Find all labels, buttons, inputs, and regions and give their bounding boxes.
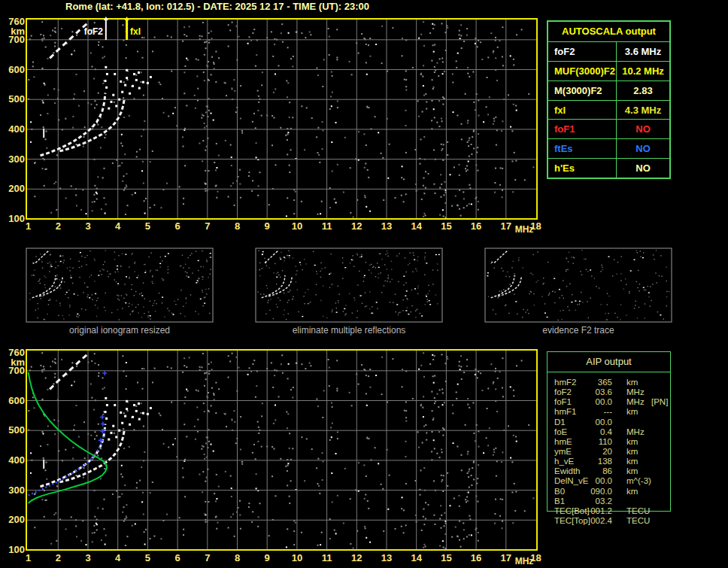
- x-tick-label: 4: [109, 221, 127, 232]
- y-tick-label: 760: [0, 348, 25, 358]
- x-tick-label: 12: [347, 553, 366, 563]
- x-tick-label: 11: [318, 221, 336, 232]
- aip-row: B103.2: [548, 497, 670, 506]
- x-tick-label: 17: [497, 221, 515, 232]
- aip-row: hmF2365km: [548, 378, 670, 387]
- x-tick-label: 6: [168, 553, 187, 563]
- x-tick-label: 13: [378, 221, 396, 232]
- aip-param-value: 00.0: [555, 397, 612, 407]
- autoscala-param-value: NO: [617, 163, 669, 174]
- aip-row: foE0.4MHz: [548, 427, 670, 437]
- autoscala-table-rows: foF23.6 MHzMUF(3000)F210.2 MHzM(3000)F22…: [548, 42, 669, 178]
- aip-param-unit: km: [626, 378, 638, 387]
- autoscala-row: fxI4.3 MHz: [548, 101, 669, 120]
- x-tick-label: 15: [437, 553, 455, 563]
- x-tick-label: 4: [109, 553, 127, 563]
- aip-row: hmE110km: [548, 437, 670, 447]
- aip-param-unit: TECU: [626, 506, 650, 516]
- y-tick-label: 100: [0, 545, 25, 555]
- aip-param-value: 20: [555, 447, 612, 457]
- autoscala-row: h'EsNO: [548, 159, 669, 178]
- x-tick-label: 2: [49, 221, 67, 232]
- thumbnail-caption-eliminate: eliminate multiple reflections: [256, 325, 442, 336]
- x-tick-label: 7: [199, 553, 217, 563]
- y-tick-label: 300: [0, 154, 25, 165]
- x-tick-label: 14: [408, 221, 426, 232]
- aip-param-extra: [PN]: [651, 397, 668, 407]
- x-tick-label: 3: [79, 221, 97, 232]
- autoscala-row: foF1NO: [548, 120, 669, 139]
- autoscala-param-label: MUF(3000)F2: [548, 62, 617, 80]
- aip-row: D100.0: [548, 418, 670, 427]
- aip-row: DelN_vE00.0m^(-3): [548, 476, 670, 486]
- x-tick-label: 7: [199, 221, 217, 232]
- aip-param-unit: km: [626, 457, 638, 466]
- aip-param-unit: km: [626, 487, 638, 497]
- aip-param-unit: MHz: [626, 397, 645, 407]
- aip-row: h_vE138km: [548, 457, 670, 466]
- autoscala-row: M(3000)F22.83: [548, 81, 669, 101]
- x-tick-label: 17: [497, 553, 515, 563]
- y-tick-label: 700: [0, 366, 25, 376]
- y-tick-label: 400: [0, 124, 25, 135]
- aip-row: TEC[Top]002.4TECU: [548, 516, 670, 526]
- aip-param-unit: TECU: [626, 516, 650, 526]
- aip-param-value: 03.2: [555, 497, 612, 506]
- x-tick-label: 16: [467, 553, 485, 563]
- autoscala-table-header: AUTOSCALA output: [548, 22, 669, 42]
- autoscala-param-value: 2.83: [617, 85, 669, 96]
- aip-param-value: 03.6: [555, 387, 612, 397]
- x-tick-label: 12: [347, 221, 366, 232]
- x-tick-label: 14: [408, 553, 426, 563]
- autoscala-app-window: Rome (lat: +41.8, lon: 012.5) - DATE: 20…: [0, 0, 728, 568]
- y-tick-label: 700: [0, 35, 25, 45]
- aip-param-value: ---: [555, 407, 612, 417]
- aip-row: TEC[Bot]001.2TECU: [548, 506, 670, 516]
- aip-param-value: 365: [555, 378, 612, 387]
- y-tick-label: 600: [0, 396, 25, 406]
- y-tick-label: 500: [0, 425, 25, 436]
- x-tick-label: 10: [288, 221, 306, 232]
- y-tick-label: 100: [0, 214, 25, 224]
- x-tick-label: 9: [258, 553, 276, 563]
- x-tick-label: 5: [138, 553, 156, 563]
- aip-param-value: 00.0: [555, 476, 612, 486]
- aip-param-value: 090.0: [555, 487, 612, 497]
- aip-param-value: 001.2: [555, 506, 612, 516]
- x-tick-label: 3: [79, 553, 97, 563]
- x-tick-label: 15: [437, 221, 455, 232]
- aip-param-unit: km: [626, 447, 638, 457]
- y-tick-label: 300: [0, 485, 25, 496]
- x-tick-label: 9: [258, 221, 276, 232]
- x-tick-label: 16: [467, 221, 485, 232]
- autoscala-param-label: foF1: [548, 120, 617, 138]
- autoscala-param-value: NO: [617, 123, 669, 135]
- aip-param-unit: MHz: [626, 427, 645, 437]
- fof2-marker-label: foF2: [79, 27, 103, 36]
- x-tick-label: 6: [168, 221, 187, 232]
- autoscala-row: foF23.6 MHz: [548, 42, 669, 62]
- autoscala-param-label: M(3000)F2: [548, 81, 617, 100]
- aip-row: Ewidth86km: [548, 466, 670, 476]
- aip-param-unit: km: [626, 407, 638, 417]
- aip-row: foF203.6MHz: [548, 387, 670, 397]
- x-tick-label: 2: [49, 553, 67, 563]
- aip-row: hmF1---km: [548, 407, 670, 417]
- x-tick-label: 18: [527, 553, 545, 563]
- aip-param-value: 00.0: [555, 418, 612, 427]
- aip-param-value: 002.4: [555, 516, 612, 526]
- autoscala-param-label: h'Es: [548, 159, 617, 178]
- x-tick-label: 8: [229, 553, 247, 563]
- autoscala-row: ftEsNO: [548, 139, 669, 159]
- x-tick-label: 18: [527, 221, 545, 232]
- autoscala-param-label: fxI: [548, 101, 617, 120]
- y-tick-label: 200: [0, 184, 25, 194]
- y-tick-label: 200: [0, 515, 25, 525]
- autoscala-param-label: ftEs: [548, 139, 617, 158]
- y-tick-label: 760: [0, 17, 25, 27]
- y-tick-label: 400: [0, 455, 25, 466]
- aip-table-rows: hmF2365kmfoF203.6MHzfoF100.0MHz[PN]hmF1-…: [548, 372, 670, 526]
- autoscala-param-value: 3.6 MHz: [617, 46, 669, 57]
- x-tick-label: 10: [288, 553, 306, 563]
- aip-row: B0090.0km: [548, 487, 670, 497]
